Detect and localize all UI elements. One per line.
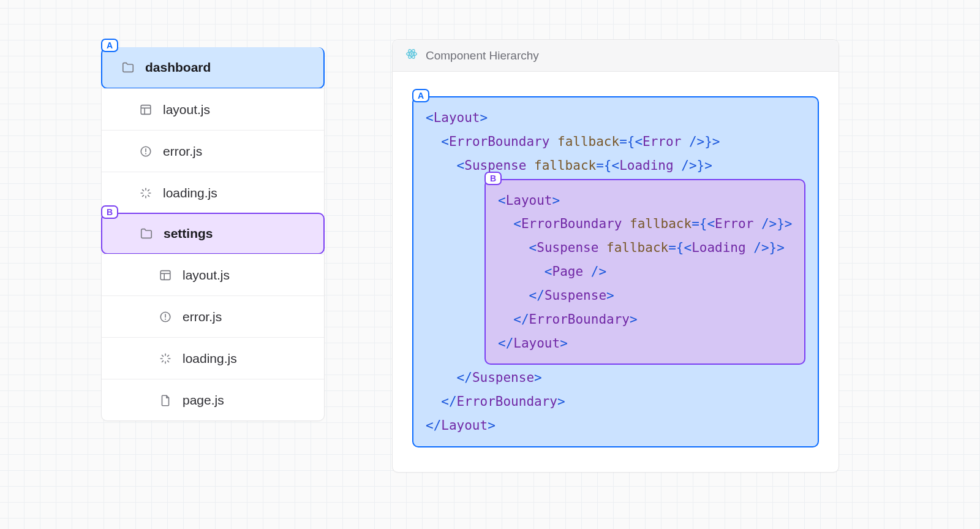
file-loading[interactable]: loading.js — [102, 172, 324, 213]
component-hierarchy-panel: Component Hierarchy A <Layout> <ErrorBou… — [392, 39, 839, 473]
file-page[interactable]: page.js — [102, 379, 324, 421]
error-icon — [158, 310, 173, 324]
folder-settings[interactable]: B settings — [101, 213, 325, 254]
file-error[interactable]: error.js — [102, 130, 324, 172]
react-icon — [405, 47, 418, 64]
file-label: loading.js — [163, 186, 217, 200]
badge-a: A — [412, 89, 429, 102]
panel-title: Component Hierarchy — [426, 49, 539, 63]
badge-a: A — [101, 39, 118, 52]
file-label: error.js — [163, 144, 202, 159]
code-line: </Suspense> </ErrorBoundary> </Layout> — [426, 366, 805, 438]
page-icon — [158, 394, 173, 407]
outer-layout-box: A <Layout> <ErrorBoundary fallback={<Err… — [412, 96, 819, 447]
layout-icon — [138, 103, 153, 116]
file-loading[interactable]: loading.js — [102, 337, 324, 379]
file-label: dashboard — [145, 60, 211, 75]
file-tree-panel: A dashboard layout.js error.js loading.j… — [101, 47, 325, 421]
file-error[interactable]: error.js — [102, 295, 324, 337]
file-label: loading.js — [183, 351, 237, 366]
badge-b: B — [484, 172, 502, 185]
file-label: layout.js — [183, 268, 230, 283]
folder-icon — [139, 227, 154, 240]
file-label: settings — [164, 226, 213, 241]
code-line: <Layout> <ErrorBoundary fallback={<Error… — [426, 106, 805, 178]
file-label: page.js — [183, 393, 224, 408]
file-label: error.js — [183, 310, 222, 324]
loading-icon — [158, 352, 173, 365]
inner-layout-box: B <Layout> <ErrorBoundary fallback={<Err… — [484, 179, 805, 365]
code-line: <Layout> <ErrorBoundary fallback={<Error… — [498, 189, 792, 356]
code-body: A <Layout> <ErrorBoundary fallback={<Err… — [393, 72, 839, 472]
folder-dashboard[interactable]: A dashboard — [101, 47, 325, 89]
folder-icon — [121, 61, 135, 74]
file-layout[interactable]: layout.js — [102, 254, 324, 295]
file-layout[interactable]: layout.js — [102, 88, 324, 130]
error-icon — [138, 145, 153, 158]
loading-icon — [138, 186, 153, 200]
file-label: layout.js — [163, 102, 210, 117]
layout-icon — [158, 268, 173, 282]
panel-header: Component Hierarchy — [393, 40, 839, 72]
badge-b: B — [101, 205, 118, 219]
